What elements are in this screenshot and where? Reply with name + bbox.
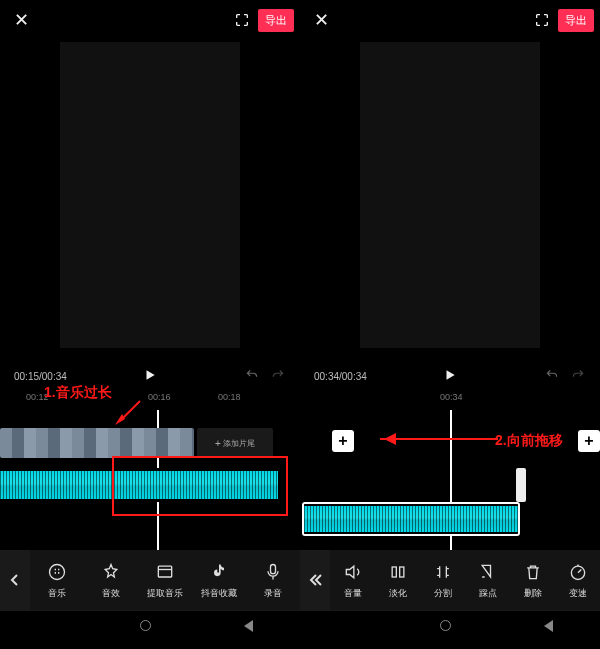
tool-delete[interactable]: 删除 xyxy=(513,561,553,600)
tool-label: 音效 xyxy=(102,587,120,600)
nav-back-button[interactable] xyxy=(544,620,553,632)
svg-rect-5 xyxy=(392,567,396,577)
play-button[interactable] xyxy=(143,368,157,384)
fade-icon xyxy=(387,561,409,583)
audio-waveform-right[interactable] xyxy=(302,502,520,536)
add-ending-button[interactable]: + 添加片尾 xyxy=(197,428,273,458)
toolbar-collapse-chevron[interactable] xyxy=(300,550,330,610)
delete-icon xyxy=(522,561,544,583)
play-button[interactable] xyxy=(443,368,457,384)
svg-point-2 xyxy=(50,564,65,579)
video-clip-thumbnails[interactable] xyxy=(0,428,194,458)
fullscreen-icon[interactable] xyxy=(534,12,550,28)
close-button[interactable]: ✕ xyxy=(310,7,333,33)
volume-icon xyxy=(342,561,364,583)
export-button[interactable]: 导出 xyxy=(258,9,294,32)
export-button[interactable]: 导出 xyxy=(558,9,594,32)
tool-volume[interactable]: 音量 xyxy=(333,561,373,600)
nav-home-button[interactable] xyxy=(140,620,151,631)
tool-label: 变速 xyxy=(569,587,587,600)
tick-label: 00:18 xyxy=(218,392,241,402)
android-nav-left xyxy=(0,610,300,640)
annotation-drag-forward: 2.向前拖移 xyxy=(495,432,563,450)
redo-button[interactable] xyxy=(270,368,286,384)
svg-rect-6 xyxy=(399,567,403,577)
tool-label: 抖音收藏 xyxy=(201,587,237,600)
tool-beat[interactable]: 踩点 xyxy=(468,561,508,600)
tool-label: 淡化 xyxy=(389,587,407,600)
svg-rect-4 xyxy=(271,564,276,573)
tool-label: 音量 xyxy=(344,587,362,600)
annotation-red-box xyxy=(112,456,288,516)
close-button[interactable]: ✕ xyxy=(10,7,33,33)
redo-button[interactable] xyxy=(570,368,586,384)
svg-rect-3 xyxy=(158,566,171,577)
fullscreen-icon[interactable] xyxy=(234,12,250,28)
video-preview-right[interactable] xyxy=(360,42,540,348)
right-editor-pane: ✕ 导出 xyxy=(300,0,600,362)
speed-icon xyxy=(567,561,589,583)
tool-label: 录音 xyxy=(264,587,282,600)
audio-clip-end-handle[interactable] xyxy=(516,468,526,502)
sfx-icon xyxy=(100,561,122,583)
tool-douyin[interactable]: 抖音收藏 xyxy=(199,561,239,600)
annotation-music-too-long: 1.音乐过长 xyxy=(44,384,112,402)
right-header: ✕ 导出 xyxy=(300,6,600,34)
tool-label: 音乐 xyxy=(48,587,66,600)
tool-label: 分割 xyxy=(434,587,452,600)
split-icon xyxy=(432,561,454,583)
left-header: ✕ 导出 xyxy=(0,6,300,34)
tool-sfx[interactable]: 音效 xyxy=(91,561,131,600)
left-editor-pane: ✕ 导出 xyxy=(0,0,300,362)
tool-label: 踩点 xyxy=(479,587,497,600)
tool-music[interactable]: 音乐 xyxy=(37,561,77,600)
tool-label: 删除 xyxy=(524,587,542,600)
tool-label: 提取音乐 xyxy=(147,587,183,600)
add-clip-button[interactable]: + xyxy=(578,430,600,452)
tool-split[interactable]: 分割 xyxy=(423,561,463,600)
undo-button[interactable] xyxy=(544,368,560,384)
tracks-area[interactable]: + 添加片尾 + + xyxy=(0,410,600,550)
android-nav-right xyxy=(300,610,600,640)
undo-button[interactable] xyxy=(244,368,260,384)
svg-point-7 xyxy=(571,566,584,579)
bottom-toolbar: 音乐音效提取音乐抖音收藏录音 音量淡化分割踩点删除变速 xyxy=(0,550,600,610)
douyin-icon xyxy=(208,561,230,583)
tick-label: 00:34 xyxy=(440,392,463,402)
time-label-right: 00:34/00:34 xyxy=(314,371,367,382)
nav-home-button[interactable] xyxy=(440,620,451,631)
time-label-left: 00:15/00:34 xyxy=(14,371,67,382)
tool-fade[interactable]: 淡化 xyxy=(378,561,418,600)
annotation-arrow-2 xyxy=(380,438,498,440)
music-icon xyxy=(46,561,68,583)
tool-extract[interactable]: 提取音乐 xyxy=(145,561,185,600)
tool-speed[interactable]: 变速 xyxy=(558,561,598,600)
extract-icon xyxy=(154,561,176,583)
add-clip-button[interactable]: + xyxy=(332,430,354,452)
nav-back-button[interactable] xyxy=(244,620,253,632)
annotation-arrow-1 xyxy=(112,397,144,427)
record-icon xyxy=(262,561,284,583)
add-ending-label: 添加片尾 xyxy=(223,438,255,449)
video-preview-left[interactable] xyxy=(60,42,240,348)
svg-marker-1 xyxy=(115,414,125,425)
tick-label: 00:16 xyxy=(148,392,171,402)
toolbar-back-chevron[interactable] xyxy=(0,550,30,610)
right-controls: 00:34/00:34 xyxy=(300,362,600,390)
tool-record[interactable]: 录音 xyxy=(253,561,293,600)
beat-icon xyxy=(477,561,499,583)
